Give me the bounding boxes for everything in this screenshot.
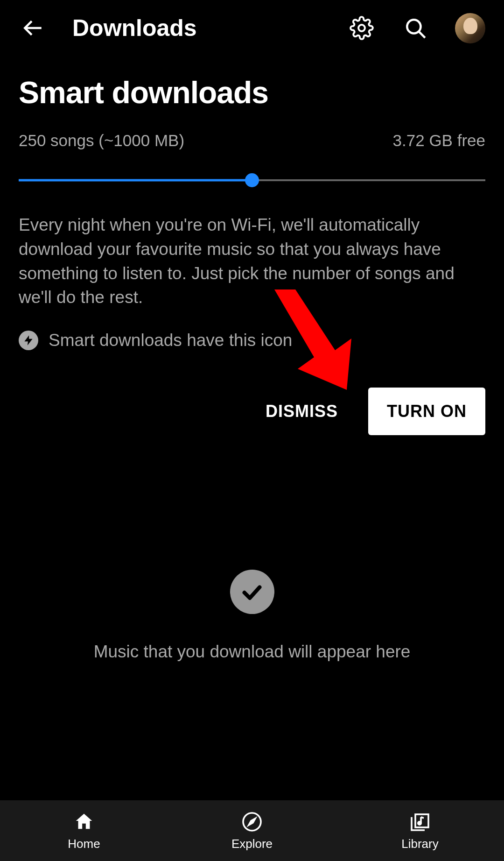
gear-icon <box>350 16 374 40</box>
smart-downloads-card: Smart downloads 250 songs (~1000 MB) 3.7… <box>0 56 504 454</box>
songs-info: 250 songs (~1000 MB) <box>19 131 184 150</box>
nav-library[interactable]: Library <box>336 811 504 851</box>
slider-thumb[interactable] <box>245 173 259 187</box>
action-row: DISMISS TURN ON <box>19 388 485 435</box>
check-icon <box>239 579 265 605</box>
back-button[interactable] <box>19 14 47 42</box>
library-icon <box>409 811 431 833</box>
topbar-actions <box>348 13 485 43</box>
home-icon <box>73 811 95 833</box>
search-icon <box>404 16 427 40</box>
icon-note-text: Smart downloads have this icon <box>49 331 292 350</box>
empty-state: Music that you download will appear here <box>0 570 504 662</box>
svg-line-3 <box>419 31 425 38</box>
settings-button[interactable] <box>348 14 376 42</box>
back-arrow-icon <box>21 16 44 40</box>
page-title: Downloads <box>72 14 348 42</box>
bottom-nav: Home Explore Library <box>0 800 504 861</box>
svg-point-2 <box>407 20 420 33</box>
compass-icon <box>241 811 263 833</box>
svg-point-8 <box>418 821 421 824</box>
slider-fill <box>19 179 252 182</box>
smart-downloads-description: Every night when you're on Wi-Fi, we'll … <box>19 213 485 310</box>
smart-download-badge <box>19 331 38 350</box>
icon-info-row: Smart downloads have this icon <box>19 331 485 350</box>
nav-explore-label: Explore <box>231 837 273 851</box>
storage-info-row: 250 songs (~1000 MB) 3.72 GB free <box>19 131 485 150</box>
nav-library-label: Library <box>401 837 438 851</box>
avatar[interactable] <box>455 13 485 43</box>
svg-marker-6 <box>249 819 255 825</box>
free-space: 3.72 GB free <box>393 131 485 150</box>
nav-explore[interactable]: Explore <box>168 811 336 851</box>
nav-home-label: Home <box>68 837 100 851</box>
dismiss-button[interactable]: DISMISS <box>261 390 343 433</box>
nav-home[interactable]: Home <box>0 811 168 851</box>
svg-point-1 <box>358 25 365 31</box>
smart-downloads-heading: Smart downloads <box>19 75 485 110</box>
turn-on-button[interactable]: TURN ON <box>368 388 485 435</box>
songs-slider[interactable] <box>19 173 485 187</box>
bolt-icon <box>22 334 35 346</box>
empty-state-badge <box>230 570 274 614</box>
empty-state-text: Music that you download will appear here <box>94 642 411 662</box>
svg-rect-7 <box>415 814 428 827</box>
search-button[interactable] <box>401 14 429 42</box>
top-app-bar: Downloads <box>0 0 504 56</box>
